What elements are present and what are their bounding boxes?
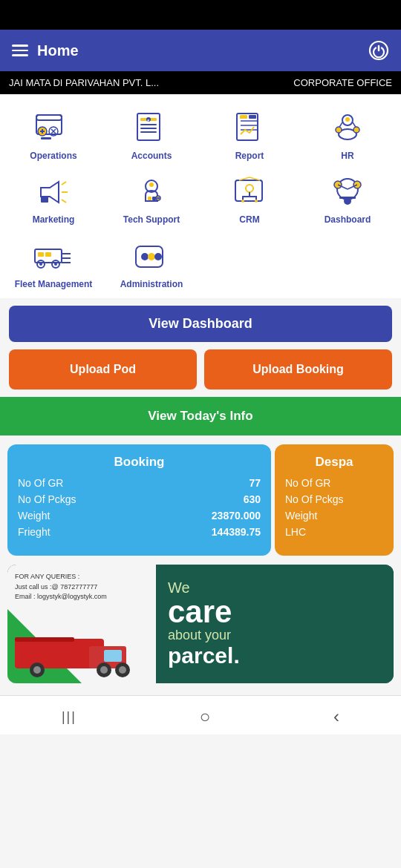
menu-item-administration[interactable]: Administration: [104, 234, 199, 292]
svg-point-57: [39, 263, 42, 266]
svg-point-36: [149, 183, 154, 187]
booking-weight-value: 23870.000: [212, 510, 261, 522]
svg-rect-12: [140, 124, 157, 125]
booking-pckgs-value: 630: [244, 493, 261, 505]
banner-right: We care about your parcel.: [156, 565, 394, 683]
booking-card-title: Booking: [18, 455, 261, 470]
svg-rect-54: [38, 252, 44, 257]
booking-weight-label: Weight: [18, 510, 50, 522]
banner: FOR ANY QUERIES : Just call us :@ 787277…: [7, 565, 394, 683]
view-dashboard-button[interactable]: View Dashboard: [9, 306, 392, 342]
administration-label: Administration: [120, 279, 183, 289]
svg-rect-13: [140, 128, 157, 129]
dispatch-row-weight: Weight: [285, 510, 383, 522]
menu-item-operations[interactable]: Operations: [6, 106, 101, 164]
operations-label: Operations: [30, 151, 76, 161]
svg-rect-5: [42, 129, 43, 134]
svg-point-66: [154, 253, 162, 260]
dashboard-icon: [326, 173, 369, 211]
booking-row-gr: No Of GR 77: [18, 477, 261, 489]
nav-home-icon[interactable]: ○: [200, 706, 211, 727]
dispatch-card: Despa No Of GR No Of Pckgs Weight LHC: [275, 444, 394, 556]
svg-rect-22: [249, 115, 256, 119]
status-bar: [0, 0, 401, 30]
menu-item-marketing[interactable]: Marketing: [6, 170, 101, 228]
svg-line-33: [62, 200, 66, 203]
booking-row-pckgs: No Of Pckgs 630: [18, 493, 261, 505]
report-label: Report: [235, 151, 264, 161]
dispatch-card-title: Despa: [285, 455, 383, 470]
svg-point-65: [148, 253, 155, 260]
menu-item-fleet-management[interactable]: Fleet Management: [6, 234, 101, 292]
menu-item-tech-support[interactable]: Tech Support: [104, 170, 199, 228]
menu-grid: Operations ₹ Accounts: [0, 94, 401, 298]
upload-pod-button[interactable]: Upload Pod: [9, 349, 197, 389]
svg-point-29: [353, 127, 359, 133]
truck-icon: [7, 609, 156, 683]
administration-icon: [130, 237, 173, 276]
booking-frieght-label: Frieght: [18, 526, 50, 538]
dispatch-gr-label: No Of GR: [285, 477, 330, 489]
svg-point-59: [54, 263, 57, 266]
info-cards: Booking No Of GR 77 No Of Pckgs 630 Weig…: [0, 435, 401, 556]
svg-rect-2: [36, 115, 62, 120]
hr-icon: [326, 109, 369, 148]
dispatch-row-pckgs: No Of Pckgs: [285, 493, 383, 505]
bottom-nav: ||| ○ ‹: [0, 695, 401, 734]
svg-point-76: [119, 666, 126, 674]
nav-back-icon[interactable]: ‹: [333, 706, 339, 727]
svg-rect-37: [148, 197, 151, 200]
fleet-icon: [32, 237, 75, 276]
marketing-icon: [32, 173, 75, 211]
svg-line-31: [62, 182, 66, 185]
svg-point-64: [141, 253, 149, 260]
svg-point-42: [246, 185, 253, 192]
menu-item-accounts[interactable]: ₹ Accounts: [104, 106, 199, 164]
svg-rect-34: [41, 197, 48, 203]
fleet-label: Fleet Management: [15, 279, 93, 289]
booking-row-weight: Weight 23870.000: [18, 510, 261, 522]
svg-point-74: [100, 666, 108, 674]
menu-icon[interactable]: [12, 45, 28, 56]
banner-left: FOR ANY QUERIES : Just call us :@ 787277…: [7, 565, 156, 683]
tech-support-icon: [130, 173, 173, 211]
banner-about-text: about your: [168, 628, 382, 643]
header: Home: [0, 30, 401, 71]
accounts-label: Accounts: [131, 151, 172, 161]
svg-rect-41: [235, 180, 262, 201]
svg-rect-21: [240, 115, 247, 119]
svg-rect-55: [45, 252, 51, 257]
menu-item-dashboard[interactable]: Dashboard: [300, 170, 395, 228]
svg-rect-50: [339, 197, 356, 199]
banner-queries-line1: FOR ANY QUERIES :: [15, 572, 149, 582]
booking-card: Booking No Of GR 77 No Of Pckgs 630 Weig…: [7, 444, 271, 556]
hr-label: HR: [341, 151, 353, 161]
booking-frieght-value: 144389.75: [212, 526, 261, 538]
operations-icon: [32, 109, 75, 148]
banner-care-text: care: [168, 596, 382, 628]
booking-row-frieght: Frieght 144389.75: [18, 526, 261, 538]
upload-buttons-row: Upload Pod Upload Booking: [9, 349, 392, 389]
menu-item-report[interactable]: Report: [202, 106, 297, 164]
svg-point-44: [255, 200, 258, 203]
branch-name: CORPORATE OFFICE: [293, 77, 392, 88]
menu-item-crm[interactable]: CRM: [202, 170, 297, 228]
menu-item-hr[interactable]: HR: [300, 106, 395, 164]
banner-queries-line3: Email : logystyk@logystyk.com: [15, 592, 149, 602]
view-today-info-button[interactable]: View Today's Info: [0, 397, 401, 435]
logout-icon[interactable]: [368, 40, 389, 61]
header-title: Home: [37, 42, 368, 59]
dispatch-weight-label: Weight: [285, 510, 317, 522]
nav-menu-icon[interactable]: |||: [62, 709, 76, 725]
svg-point-72: [33, 666, 41, 674]
dispatch-lhc-label: LHC: [285, 526, 306, 538]
tech-support-label: Tech Support: [123, 214, 180, 225]
dispatch-row-lhc: LHC: [285, 526, 383, 538]
upload-booking-button[interactable]: Upload Booking: [204, 349, 392, 389]
booking-pckgs-label: No Of Pckgs: [18, 493, 76, 505]
dashboard-label: Dashboard: [325, 214, 371, 225]
svg-point-43: [241, 200, 244, 203]
svg-rect-40: [157, 197, 160, 199]
svg-point-28: [336, 127, 342, 133]
svg-rect-14: [140, 131, 157, 133]
